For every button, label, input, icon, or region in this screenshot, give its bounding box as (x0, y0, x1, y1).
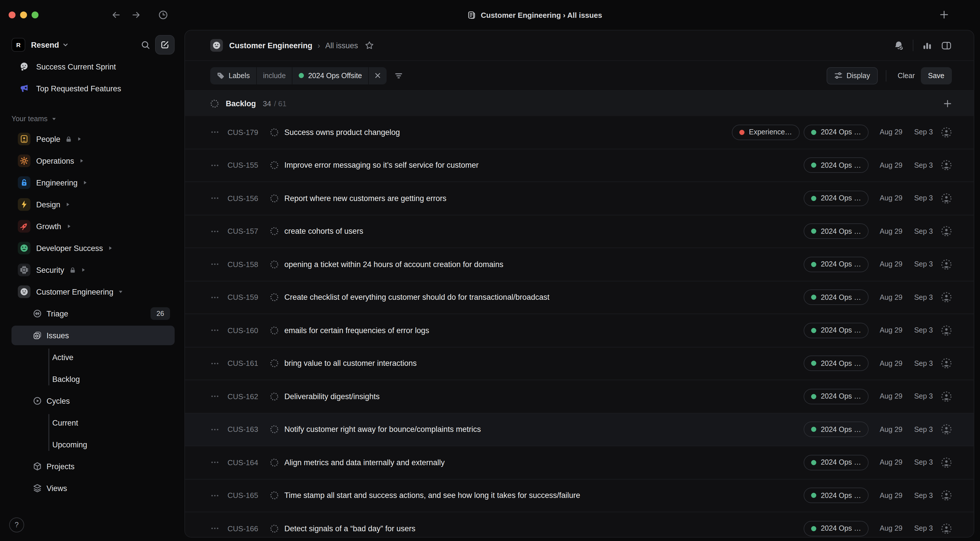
filter-operator[interactable]: include (257, 67, 292, 84)
backlog-status-icon[interactable] (270, 227, 278, 236)
issue-title[interactable]: bring value to all customer interactions (284, 359, 417, 368)
chevron-right-icon[interactable] (108, 246, 113, 250)
issue-label-pill[interactable]: 2024 Ops … (803, 158, 869, 173)
insights-chart-icon[interactable] (922, 40, 932, 51)
backlog-status-icon[interactable] (270, 392, 278, 401)
assignee-avatar-icon[interactable] (941, 193, 952, 204)
breadcrumb-view[interactable]: All issues (325, 41, 358, 50)
issue-label-pill[interactable]: 2024 Ops … (803, 191, 869, 206)
assignee-avatar-icon[interactable] (941, 391, 952, 402)
remove-filter-button[interactable] (369, 67, 387, 84)
priority-no-priority-icon[interactable] (210, 524, 220, 533)
priority-no-priority-icon[interactable] (210, 425, 220, 434)
issue-title[interactable]: opening a ticket within 24 hours of acco… (284, 260, 503, 269)
sidebar-item-success-current-sprint[interactable]: Success Current Sprint (11, 57, 175, 76)
sidebar-team-security[interactable]: Security (11, 260, 175, 280)
issue-title[interactable]: Time stamp all start and success actions… (284, 491, 580, 500)
add-issue-plus-icon[interactable] (943, 99, 952, 108)
add-filter-icon[interactable] (394, 71, 403, 80)
back-icon[interactable] (111, 10, 121, 19)
assignee-avatar-icon[interactable] (941, 127, 952, 138)
issue-label-pill[interactable]: 2024 Ops … (803, 356, 869, 371)
issue-label-pill[interactable]: 2024 Ops … (803, 125, 869, 140)
assignee-avatar-icon[interactable] (941, 523, 952, 534)
backlog-status-icon[interactable] (270, 293, 278, 302)
issue-row[interactable]: CUS-166 Detect signals of a “bad day” fo… (185, 512, 974, 538)
display-button[interactable]: Display (826, 67, 877, 84)
sidebar-team-engineering[interactable]: Engineering (11, 173, 175, 193)
sidebar-item-upcoming[interactable]: Upcoming (11, 435, 175, 454)
sidebar-item-projects[interactable]: Projects (11, 457, 175, 476)
search-icon[interactable] (141, 40, 151, 50)
assignee-avatar-icon[interactable] (941, 259, 952, 270)
issue-row[interactable]: CUS-161 bring value to all customer inte… (185, 347, 974, 380)
issue-row[interactable]: CUS-157 create cohorts of users 2024 Ops… (185, 215, 974, 248)
issue-title[interactable]: Report where new customers are getting e… (284, 194, 446, 203)
new-issue-button[interactable] (155, 35, 175, 54)
priority-no-priority-icon[interactable] (210, 260, 220, 269)
sidebar-item-current[interactable]: Current (11, 413, 175, 433)
save-button[interactable]: Save (921, 67, 952, 84)
help-button[interactable]: ? (9, 517, 24, 532)
issue-label-pill[interactable]: 2024 Ops … (803, 389, 869, 404)
assignee-avatar-icon[interactable] (941, 325, 952, 336)
notifications-bell-icon[interactable] (893, 40, 904, 51)
issue-row[interactable]: CUS-158 opening a ticket within 24 hours… (185, 248, 974, 281)
issue-title[interactable]: Align metrics and data internally and ex… (284, 458, 445, 467)
priority-no-priority-icon[interactable] (210, 194, 220, 203)
priority-no-priority-icon[interactable] (210, 491, 220, 500)
backlog-status-icon[interactable] (270, 491, 278, 500)
filter-value[interactable]: 2024 Ops Offsite (293, 67, 368, 84)
sidebar-item-top-requested-features[interactable]: Top Requested Features (11, 79, 175, 98)
sidebar-item-cycles[interactable]: Cycles (11, 391, 175, 411)
chevron-right-icon[interactable] (77, 137, 81, 141)
side-panel-toggle-icon[interactable] (941, 40, 952, 51)
sidebar-item-backlog[interactable]: Backlog (11, 369, 175, 389)
sidebar-team-developer-success[interactable]: Developer Success (11, 238, 175, 258)
priority-no-priority-icon[interactable] (210, 128, 220, 137)
issue-label-pill[interactable]: 2024 Ops … (803, 323, 869, 338)
sidebar-team-people[interactable]: People (11, 129, 175, 149)
issue-title[interactable]: Create checklist of everything customer … (284, 293, 549, 302)
breadcrumb-team[interactable]: Customer Engineering (229, 41, 312, 50)
sidebar-item-active[interactable]: Active (11, 347, 175, 367)
assignee-avatar-icon[interactable] (941, 160, 952, 171)
issue-row[interactable]: CUS-160 emails for certain frequencies o… (185, 314, 974, 347)
backlog-status-icon[interactable] (270, 161, 278, 170)
chevron-right-icon[interactable] (65, 202, 70, 207)
backlog-status-icon[interactable] (270, 425, 278, 434)
sidebar-team-operations[interactable]: Operations (11, 151, 175, 170)
caret-down-icon[interactable] (119, 290, 123, 294)
backlog-status-icon[interactable] (270, 128, 278, 137)
assignee-avatar-icon[interactable] (941, 424, 952, 435)
backlog-status-icon[interactable] (270, 524, 278, 533)
sidebar-team-design[interactable]: Design (11, 195, 175, 214)
assignee-avatar-icon[interactable] (941, 358, 952, 369)
issue-title[interactable]: Notify customer right away for bounce/co… (284, 425, 481, 434)
issue-label-pill[interactable]: 2024 Ops … (803, 422, 869, 438)
issue-title[interactable]: emails for certain frequencies of error … (284, 326, 429, 335)
issue-title[interactable]: Improve error messaging so it’s self ser… (284, 161, 479, 170)
history-clock-icon[interactable] (158, 10, 168, 20)
priority-no-priority-icon[interactable] (210, 293, 220, 302)
sidebar-team-growth[interactable]: Growth (11, 216, 175, 236)
backlog-status-icon[interactable] (270, 326, 278, 335)
priority-no-priority-icon[interactable] (210, 161, 220, 170)
new-tab-plus-icon[interactable] (939, 10, 949, 19)
issue-row[interactable]: CUS-164 Align metrics and data internall… (185, 446, 974, 479)
issue-row[interactable]: CUS-155 Improve error messaging so it’s … (185, 149, 974, 182)
chevron-right-icon[interactable] (79, 159, 84, 163)
issue-title[interactable]: create cohorts of users (284, 227, 363, 236)
issue-title[interactable]: Deliverability digest/insights (284, 392, 380, 401)
chevron-right-icon[interactable] (83, 180, 88, 185)
assignee-avatar-icon[interactable] (941, 226, 952, 237)
forward-icon[interactable] (132, 10, 141, 19)
issue-title[interactable]: Detect signals of a “bad day” for users (284, 524, 415, 533)
priority-no-priority-icon[interactable] (210, 227, 220, 236)
assignee-avatar-icon[interactable] (941, 457, 952, 468)
backlog-status-icon[interactable] (270, 359, 278, 368)
issue-row[interactable]: CUS-159 Create checklist of everything c… (185, 281, 974, 314)
issue-label-pill[interactable]: 2024 Ops … (803, 290, 869, 305)
sidebar-team-customer-engineering[interactable]: Customer Engineering (11, 282, 175, 302)
issue-label-pill[interactable]: 2024 Ops … (803, 521, 869, 536)
